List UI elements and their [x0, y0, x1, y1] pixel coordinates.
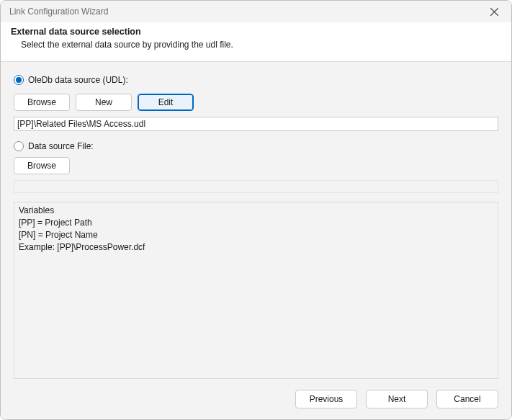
window-title: Link Configuration Wizard	[9, 6, 108, 17]
file-browse-button[interactable]: Browse	[14, 157, 70, 174]
next-button[interactable]: Next	[366, 390, 428, 408]
window-close-button[interactable]	[484, 1, 504, 22]
oledb-radio[interactable]	[14, 75, 24, 85]
file-radio-row: Data source File:	[14, 141, 498, 151]
oledb-button-row: Browse New Edit	[14, 94, 498, 111]
variables-heading: Variables	[19, 205, 493, 215]
oledb-radio-label: OleDb data source (UDL):	[28, 75, 128, 85]
oledb-edit-button[interactable]: Edit	[138, 94, 194, 111]
wizard-window: Link Configuration Wizard External data …	[0, 0, 512, 420]
variables-line: [PP] = Project Path	[19, 217, 493, 229]
oledb-browse-button[interactable]: Browse	[14, 94, 70, 111]
variables-box: Variables [PP] = Project Path [PN] = Pro…	[14, 202, 498, 379]
wizard-subtext: Select the external data source by provi…	[21, 40, 501, 50]
file-radio[interactable]	[14, 141, 24, 151]
previous-button[interactable]: Previous	[295, 390, 357, 408]
oledb-path-input[interactable]: [PP]\Related Files\MS Access.udl	[14, 117, 498, 131]
wizard-footer: Previous Next Cancel	[1, 379, 511, 419]
close-icon	[490, 8, 498, 16]
file-button-row: Browse	[14, 157, 498, 174]
titlebar: Link Configuration Wizard	[1, 1, 511, 22]
wizard-body: OleDb data source (UDL): Browse New Edit…	[1, 62, 511, 379]
wizard-header: External data source selection Select th…	[1, 22, 511, 62]
file-source-section: Data source File: Browse	[14, 141, 498, 193]
variables-line: [PN] = Project Name	[19, 229, 493, 241]
oledb-new-button[interactable]: New	[76, 94, 132, 111]
oledb-radio-row: OleDb data source (UDL):	[14, 75, 498, 85]
cancel-button[interactable]: Cancel	[436, 390, 498, 408]
file-radio-label: Data source File:	[28, 141, 94, 151]
oledb-path-value: [PP]\Related Files\MS Access.udl	[17, 119, 145, 129]
file-path-input[interactable]	[14, 180, 498, 193]
wizard-heading: External data source selection	[11, 27, 501, 37]
variables-line: Example: [PP]\ProcessPower.dcf	[19, 241, 493, 254]
